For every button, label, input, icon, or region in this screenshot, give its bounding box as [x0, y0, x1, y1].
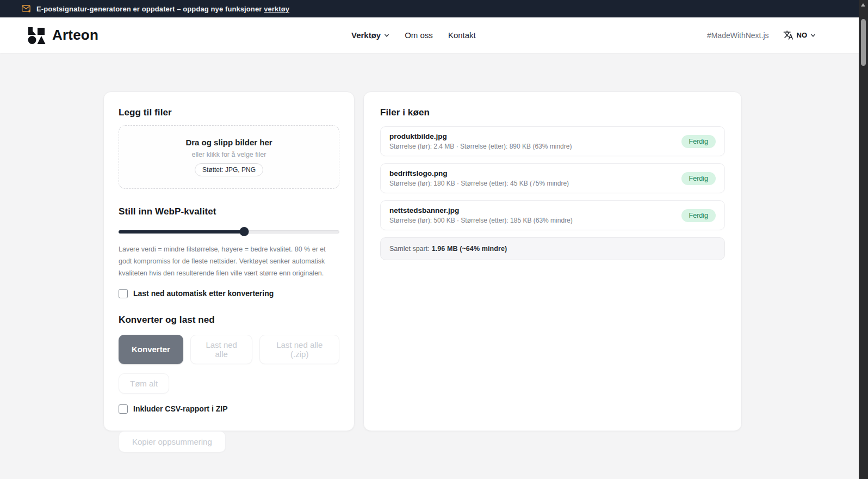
file-row: bedriftslogo.png Størrelse (før): 180 KB… [380, 163, 725, 193]
queue-title: Filer i køen [380, 107, 725, 118]
convert-button-row: Konverter Last ned alle Last ned alle (.… [119, 335, 339, 364]
queue-panel: Filer i køen produktbilde.jpg Størrelse … [363, 91, 742, 431]
header-right: #MadeWithNext.js NO [707, 30, 816, 40]
converter-panel: Legg til filer Dra og slipp bilder her e… [103, 91, 355, 431]
file-name: bedriftslogo.png [389, 169, 569, 177]
copy-summary-button[interactable]: Kopier oppsummering [119, 431, 226, 452]
banner-text: E-postsignatur-generatoren er oppdatert … [36, 5, 262, 13]
quality-slider[interactable] [119, 227, 339, 236]
nav-om-oss[interactable]: Om oss [405, 30, 433, 40]
language-code: NO [797, 31, 808, 39]
csv-report-checkbox[interactable] [119, 404, 128, 414]
clear-all-button[interactable]: Tøm alt [119, 373, 169, 394]
made-with-tag: #MadeWithNext.js [707, 31, 769, 40]
convert-section-title: Konverter og last ned [119, 315, 339, 326]
convert-button[interactable]: Konverter [119, 335, 183, 364]
add-files-title: Legg til filer [119, 107, 339, 118]
site-header: Arteon Verktøy Om oss Kontakt #MadeWithN… [0, 17, 868, 53]
clear-button-row: Tøm alt [119, 373, 339, 394]
nav-kontakt[interactable]: Kontakt [448, 30, 476, 40]
main-content: Legg til filer Dra og slipp bilder her e… [0, 53, 868, 431]
main-nav: Verktøy Om oss Kontakt [351, 30, 476, 40]
auto-download-checkbox-row[interactable]: Last ned automatisk etter konvertering [119, 289, 339, 298]
auto-download-label: Last ned automatisk etter konvertering [133, 289, 274, 298]
nav-kontakt-label: Kontakt [448, 30, 476, 40]
auto-download-checkbox[interactable] [119, 289, 128, 298]
csv-checkbox-row[interactable]: Inkluder CSV-rapport i ZIP [119, 404, 339, 414]
chevron-down-icon [384, 33, 389, 38]
chevron-down-icon [810, 33, 816, 38]
file-info: produktbilde.jpg Størrelse (før): 2.4 MB… [389, 132, 572, 150]
brand-name: Arteon [52, 27, 98, 44]
scrollbar-up-arrow-icon[interactable] [861, 3, 865, 7]
total-saved-summary: Samlet spart:1.96 MB (~64% mindre) [380, 237, 725, 260]
summary-label: Samlet spart: [389, 245, 430, 253]
file-details: Størrelse (før): 500 KB · Størrelse (ett… [389, 217, 573, 224]
file-list: produktbilde.jpg Størrelse (før): 2.4 MB… [380, 126, 725, 230]
file-row: nettstedsbanner.jpg Størrelse (før): 500… [380, 200, 725, 230]
quality-title: Still inn WebP-kvalitet [119, 206, 339, 217]
nav-om-oss-label: Om oss [405, 30, 433, 40]
download-all-button[interactable]: Last ned alle [190, 335, 253, 364]
arteon-logo-icon [27, 26, 47, 45]
promo-banner: E-postsignatur-generatoren er oppdatert … [0, 0, 868, 17]
quality-description: Lavere verdi = mindre filstørrelse, høye… [119, 244, 339, 280]
status-badge: Ferdig [681, 135, 716, 148]
dropzone-title: Dra og slipp bilder her [185, 138, 272, 147]
dropzone-subtitle: eller klikk for å velge filer [192, 151, 266, 158]
nav-verktoy-label: Verktøy [351, 30, 381, 40]
file-row: produktbilde.jpg Størrelse (før): 2.4 MB… [380, 126, 725, 156]
file-info: bedriftslogo.png Størrelse (før): 180 KB… [389, 169, 569, 187]
file-name: nettstedsbanner.jpg [389, 206, 573, 214]
brand-logo[interactable]: Arteon [27, 26, 98, 45]
file-name: produktbilde.jpg [389, 132, 572, 140]
quality-slider-fill [119, 230, 244, 234]
translate-icon [783, 30, 793, 40]
file-details: Størrelse (før): 2.4 MB · Størrelse (ett… [389, 143, 572, 150]
file-info: nettstedsbanner.jpg Størrelse (før): 500… [389, 206, 573, 224]
scrollbar-thumb[interactable] [861, 19, 866, 66]
status-badge: Ferdig [681, 172, 716, 185]
file-dropzone[interactable]: Dra og slipp bilder her eller klikk for … [119, 125, 339, 189]
language-selector[interactable]: NO [783, 30, 816, 40]
banner-message: E-postsignatur-generatoren er oppdatert … [36, 5, 289, 13]
status-badge: Ferdig [681, 209, 716, 222]
banner-verktoy-link[interactable]: verktøy [264, 5, 289, 13]
supported-formats-pill: Støttet: JPG, PNG [195, 163, 263, 176]
file-details: Størrelse (før): 180 KB · Størrelse (ett… [389, 180, 569, 187]
browser-scrollbar[interactable] [859, 0, 868, 479]
quality-slider-thumb[interactable] [240, 227, 249, 236]
download-zip-button[interactable]: Last ned alle (.zip) [259, 335, 339, 364]
csv-report-label: Inkluder CSV-rapport i ZIP [133, 404, 227, 413]
summary-value: 1.96 MB (~64% mindre) [432, 245, 507, 253]
envelope-notification-icon [22, 5, 31, 13]
nav-verktoy[interactable]: Verktøy [351, 30, 389, 40]
